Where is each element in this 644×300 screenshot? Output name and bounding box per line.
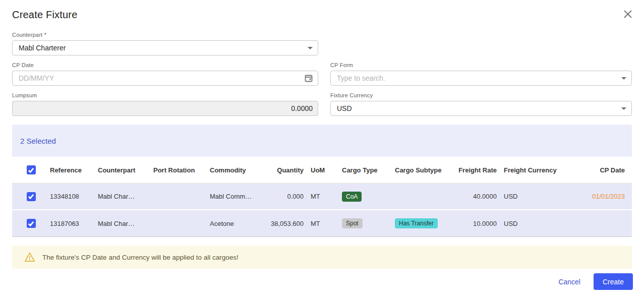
counterpart-value: Mabl Charterer — [19, 44, 304, 52]
counterpart-select[interactable]: Mabl Charterer — [12, 40, 318, 55]
cell-freight-rate: 10.0000 — [454, 220, 504, 227]
table-header-row: Reference Counterpart Port Rotation Comm… — [12, 157, 632, 184]
cp-date-input[interactable]: DD/MM/YY — [12, 71, 318, 86]
cell-uom: MT — [311, 220, 342, 227]
cell-freight-currency: USD — [504, 220, 562, 227]
warning-text: The fixture's CP Date and Currency will … — [42, 254, 239, 261]
cell-commodity: Acetone — [210, 220, 266, 227]
select-all-checkbox[interactable] — [27, 165, 36, 174]
cell-freight-currency: USD — [504, 193, 562, 200]
col-cargo-type: Cargo Type — [342, 166, 395, 174]
cargo-badge: Spot — [342, 218, 363, 228]
col-counterpart: Counterpart — [98, 166, 153, 174]
calendar-icon[interactable] — [305, 74, 313, 82]
dialog-title: Create Fixture — [12, 9, 632, 21]
table-row[interactable]: 13187063 Mabl Char… Acetone 38,053.600 M… — [12, 210, 632, 237]
col-commodity: Commodity — [210, 166, 266, 174]
chevron-down-icon — [308, 47, 313, 49]
dialog-footer: Cancel Create — [558, 273, 633, 290]
col-freight-currency: Freight Currency — [504, 166, 562, 174]
cell-cargo-subtype: Has Transfer — [395, 218, 454, 228]
selected-count: 2 Selected — [20, 137, 56, 145]
create-fixture-dialog: Create Fixture Counterpart * Mabl Charte… — [0, 0, 644, 300]
row-checkbox[interactable] — [27, 219, 36, 228]
cell-cargo-type: Spot — [342, 218, 395, 228]
cell-cp-date: 01/01/2023 — [562, 193, 632, 200]
col-uom: UoM — [311, 166, 342, 174]
fixture-form: Counterpart * Mabl Charterer CP Date DD/… — [12, 32, 632, 116]
table-body: 13348108 Mabl Char… Mabl Comm… 0.000 MT … — [12, 184, 632, 237]
cargo-table-section: 2 Selected Reference Counterpart Port Ro… — [12, 125, 632, 237]
cell-reference: 13187063 — [50, 220, 98, 227]
lumpsum-value: 0.0000 — [19, 104, 313, 112]
lumpsum-input: 0.0000 — [12, 101, 318, 116]
col-port-rotation: Port Rotation — [153, 166, 210, 174]
fixture-currency-label: Fixture Currency — [330, 92, 632, 98]
cp-form-select[interactable]: Type to search. — [330, 71, 632, 86]
cp-date-placeholder: DD/MM/YY — [19, 74, 301, 82]
cell-uom: MT — [311, 193, 342, 200]
close-icon[interactable] — [622, 8, 634, 20]
table-row[interactable]: 13348108 Mabl Char… Mabl Comm… 0.000 MT … — [12, 184, 632, 210]
chevron-down-icon — [621, 107, 626, 110]
col-cargo-subtype: Cargo Subtype — [395, 166, 454, 174]
cell-quantity: 0.000 — [266, 193, 311, 200]
col-reference: Reference — [50, 166, 98, 174]
cell-counterpart: Mabl Char… — [98, 220, 153, 227]
cell-cargo-type: CoA — [342, 192, 395, 202]
col-freight-rate: Freight Rate — [454, 166, 504, 174]
col-cp-date: CP Date — [562, 166, 632, 174]
cell-quantity: 38,053.600 — [266, 220, 311, 227]
create-button[interactable]: Create — [594, 273, 633, 290]
warning-banner: The fixture's CP Date and Currency will … — [12, 246, 632, 269]
lumpsum-label: Lumpsum — [12, 92, 318, 98]
cp-form-label: CP Form — [330, 62, 632, 68]
row-checkbox[interactable] — [27, 192, 36, 201]
cell-reference: 13348108 — [50, 193, 98, 200]
col-quantity: Quantity — [266, 166, 311, 174]
cancel-button[interactable]: Cancel — [558, 278, 580, 286]
cp-date-label: CP Date — [12, 62, 318, 68]
fixture-currency-value: USD — [337, 104, 617, 112]
cp-form-placeholder: Type to search. — [337, 74, 617, 82]
cell-commodity: Mabl Comm… — [210, 193, 266, 200]
cell-counterpart: Mabl Char… — [98, 193, 153, 200]
cargo-badge: CoA — [342, 192, 362, 202]
cargo-badge: Has Transfer — [395, 218, 438, 228]
warning-triangle-icon — [24, 252, 35, 262]
selection-banner: 2 Selected — [12, 125, 632, 157]
chevron-down-icon — [621, 77, 626, 80]
counterpart-label: Counterpart * — [12, 32, 318, 38]
fixture-currency-select[interactable]: USD — [330, 101, 632, 116]
cell-freight-rate: 40.0000 — [454, 193, 504, 200]
